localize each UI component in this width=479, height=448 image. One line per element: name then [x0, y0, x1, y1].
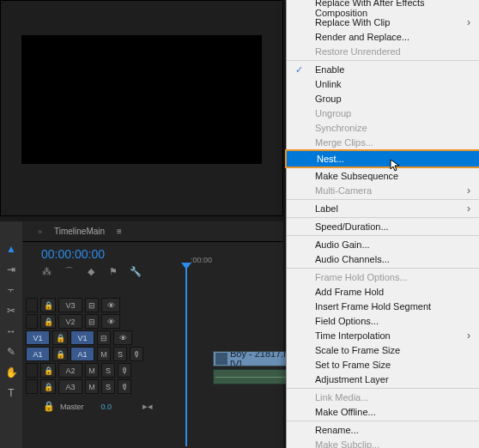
lock-icon[interactable]: 🔒	[43, 401, 55, 412]
link-icon[interactable]: ⌒	[64, 266, 74, 276]
track-v3[interactable]: 🔒V3⊟👁	[26, 297, 283, 313]
program-monitor	[21, 35, 262, 164]
menu-rename[interactable]: Rename...	[287, 421, 479, 437]
eye-icon[interactable]: 👁	[101, 314, 120, 329]
clip-thumbnail	[215, 353, 227, 365]
settings-icon[interactable]: ⚑	[108, 266, 118, 276]
eye-icon[interactable]: 👁	[113, 330, 132, 345]
menu-make-offline[interactable]: Make Offline...	[287, 404, 479, 419]
master-track[interactable]: 🔒 Master 0.0 ▸◂	[26, 398, 283, 415]
pen-tool[interactable]: ✎	[4, 345, 18, 359]
toggle-output-icon[interactable]: ⊟	[85, 298, 99, 312]
eye-icon[interactable]: 👁	[101, 298, 120, 312]
lock-icon[interactable]: 🔒	[40, 314, 56, 329]
menu-replace-ae[interactable]: Replace With After Effects Composition	[287, 0, 479, 15]
menu-ungroup: Ungroup	[287, 106, 479, 120]
ruler-label: :00:00	[191, 256, 212, 264]
menu-label[interactable]: Label	[287, 199, 479, 215]
track-v1[interactable]: V1🔒V1⊟👁	[26, 330, 283, 346]
selection-tool[interactable]: ▲	[4, 242, 18, 256]
menu-insert-frame-hold[interactable]: Insert Frame Hold Segment	[287, 299, 479, 313]
menu-enable[interactable]: Enable	[287, 60, 479, 76]
menu-link-media: Link Media...	[287, 388, 479, 404]
menu-restore-unrendered: Restore Unrendered	[287, 44, 479, 58]
mic-icon[interactable]: 🎙	[130, 347, 143, 361]
menu-time-interpolation[interactable]: Time Interpolation	[287, 328, 479, 342]
menu-scale-to-frame[interactable]: Scale to Frame Size	[287, 342, 479, 357]
menu-group[interactable]: Group	[287, 91, 479, 106]
lock-icon[interactable]: 🔒	[52, 347, 68, 361]
tool-palette: ▲ ⇥ ⫟ ✂ ↔ ✎ ✋ T	[0, 221, 22, 448]
preview-panel	[0, 0, 283, 216]
mouse-cursor-icon	[390, 159, 402, 173]
time-ruler[interactable]: :00:00	[184, 256, 287, 268]
menu-audio-gain[interactable]: Audio Gain...	[287, 235, 479, 251]
menu-nest[interactable]: Nest...	[285, 149, 479, 168]
menu-audio-channels[interactable]: Audio Channels...	[287, 251, 479, 266]
tab-arrow-icon: »	[38, 227, 42, 236]
menu-adjustment-layer[interactable]: Adjustment Layer	[287, 372, 479, 386]
menu-speed-duration[interactable]: Speed/Duration...	[287, 217, 479, 233]
timeline-tab[interactable]: TimelineMain	[47, 223, 112, 239]
marker-icon[interactable]: ◆	[86, 266, 96, 276]
razor-tool[interactable]: ✂	[4, 304, 18, 318]
track-headers: 🔒V3⊟👁 🔒V2⊟👁 V1🔒V1⊟👁 A1🔒A1MS🎙 🔒A2MS🎙 🔒A3M…	[26, 297, 283, 415]
mic-icon[interactable]: 🎙	[118, 363, 131, 378]
menu-render-replace[interactable]: Render and Replace...	[287, 29, 479, 44]
collapse-icon[interactable]: ▸◂	[142, 401, 153, 412]
menu-replace-clip[interactable]: Replace With Clip	[287, 15, 479, 29]
slip-tool[interactable]: ↔	[4, 324, 18, 338]
menu-merge-clips: Merge Clips...	[287, 135, 479, 149]
timeline-tab-bar: » TimelineMain ≡	[0, 221, 283, 242]
menu-field-options[interactable]: Field Options...	[287, 313, 479, 328]
lock-icon[interactable]: 🔒	[40, 363, 56, 378]
type-tool[interactable]: T	[4, 386, 18, 400]
toggle-output-icon[interactable]: ⊟	[85, 314, 99, 329]
hand-tool[interactable]: ✋	[4, 366, 18, 379]
menu-make-subclip: Make Subclip...	[287, 437, 479, 448]
track-v2[interactable]: 🔒V2⊟👁	[26, 313, 283, 330]
snap-icon[interactable]: ⁂	[41, 266, 52, 276]
menu-synchronize: Synchronize	[287, 120, 479, 135]
menu-set-to-frame[interactable]: Set to Frame Size	[287, 357, 479, 372]
menu-make-subsequence[interactable]: Make Subsequence	[287, 168, 479, 183]
menu-unlink[interactable]: Unlink	[287, 76, 479, 91]
menu-frame-hold-options: Frame Hold Options...	[287, 268, 479, 284]
wrench-icon[interactable]: 🔧	[130, 266, 141, 276]
lock-icon[interactable]: 🔒	[40, 379, 56, 394]
track-select-tool[interactable]: ⇥	[4, 263, 18, 276]
menu-multi-camera: Multi-Camera	[287, 183, 479, 197]
toggle-output-icon[interactable]: ⊟	[97, 330, 111, 345]
lock-icon[interactable]: 🔒	[40, 298, 56, 312]
context-menu: Replace With After Effects Composition R…	[286, 0, 479, 448]
mic-icon[interactable]: 🎙	[118, 379, 131, 394]
panel-menu-icon[interactable]: ≡	[117, 227, 122, 236]
ripple-tool[interactable]: ⫟	[4, 283, 18, 297]
lock-icon[interactable]: 🔒	[52, 330, 68, 345]
menu-add-frame-hold[interactable]: Add Frame Hold	[287, 284, 479, 299]
